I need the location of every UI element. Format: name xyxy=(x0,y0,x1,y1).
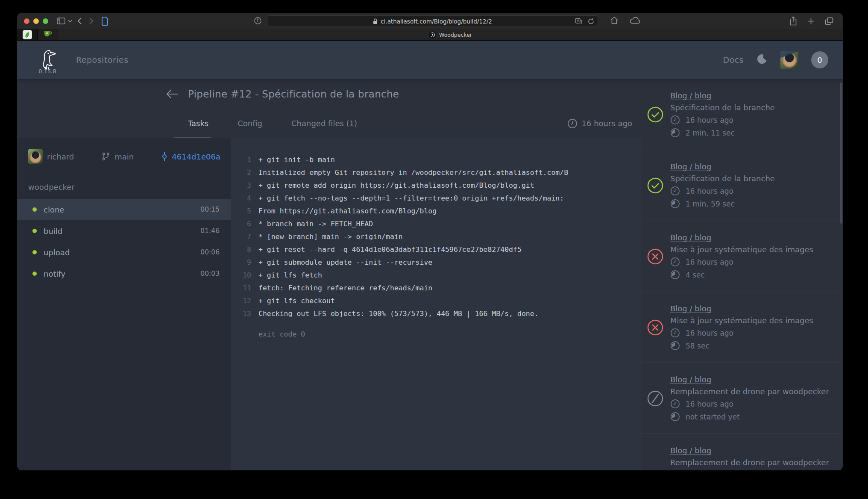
repo-link[interactable]: Blog / blog xyxy=(670,91,711,100)
reload-icon[interactable] xyxy=(588,18,594,25)
log-line-text: + git lfs checkout xyxy=(258,295,335,307)
pipeline-status-icon xyxy=(647,177,664,194)
repo-link[interactable]: Blog / blog xyxy=(670,233,711,242)
step-status-dot xyxy=(32,229,37,233)
tab-config[interactable]: Config xyxy=(238,109,262,138)
url-text: ci.athaliasoft.com/Blog/blog/build/12/2 xyxy=(381,18,492,25)
log-line: 12 + git lfs checkout xyxy=(239,295,636,307)
address-bar[interactable]: ci.athaliasoft.com/Blog/blog/build/12/2 … xyxy=(267,15,598,27)
user-avatar[interactable] xyxy=(780,51,798,69)
log-line: 2 Initialized empty Git repository in /w… xyxy=(239,166,636,179)
log-line-text: Checking out LFS objects: 100% (573/573)… xyxy=(258,307,539,320)
log-line-text: + git fetch --no-tags --depth=1 --filter… xyxy=(258,192,564,205)
share-icon[interactable] xyxy=(789,16,797,26)
log-line: 6 * branch main -> FETCH_HEAD xyxy=(239,218,636,230)
home-icon[interactable] xyxy=(610,16,619,24)
lock-icon xyxy=(373,18,378,24)
log-line-number: 6 xyxy=(239,218,251,230)
log-line-number: 4 xyxy=(239,192,251,205)
tab-strip: Woodpecker xyxy=(17,29,843,41)
repo-link[interactable]: Blog / blog xyxy=(670,446,711,455)
log-line-number: 7 xyxy=(239,230,251,243)
skipped-slash-icon xyxy=(647,390,664,407)
pipeline-step[interactable]: upload 00:06 xyxy=(17,242,231,263)
pipeline-entry[interactable]: Blog / blog Spécification de la branche … xyxy=(641,150,843,221)
window-controls xyxy=(24,18,48,24)
step-name: clone xyxy=(44,205,64,214)
nav-docs[interactable]: Docs xyxy=(723,55,744,65)
pipeline-duration: not started yet xyxy=(670,412,829,422)
zoom-window-button[interactable] xyxy=(43,18,48,24)
pipeline-entry[interactable]: Blog / blog Mise à jour systématique des… xyxy=(641,221,843,292)
cloud-icon[interactable] xyxy=(630,16,640,24)
tab-title: Woodpecker xyxy=(439,32,472,38)
duration-icon xyxy=(670,128,680,138)
dark-mode-moon-icon[interactable] xyxy=(757,53,768,66)
sidebar-scrollbar[interactable] xyxy=(840,83,842,224)
success-check-icon xyxy=(647,177,664,194)
step-status-dot xyxy=(32,207,37,212)
woodpecker-logo-icon xyxy=(38,49,57,70)
clock-icon xyxy=(670,399,680,409)
recent-pipelines-sidebar: Blog / blog Spécification de la branche … xyxy=(641,79,843,470)
log-line-text: From https://git.athaliasoft.com/Blog/bl… xyxy=(258,205,437,218)
pipeline-duration: 4 sec xyxy=(670,270,813,280)
log-line-text: + git init -b main xyxy=(258,154,335,166)
pipeline-message: Mise à jour systématique des images xyxy=(670,316,813,325)
log-line-number: 10 xyxy=(239,269,251,282)
log-line-number: 12 xyxy=(239,295,251,307)
back-arrow-icon[interactable] xyxy=(166,89,178,99)
commit-sha-link[interactable]: 4614d1e06a xyxy=(161,152,220,161)
nav-repositories[interactable]: Repositories xyxy=(76,55,129,65)
minimize-window-button[interactable] xyxy=(33,18,39,24)
repo-link[interactable]: Blog / blog xyxy=(670,162,711,171)
logo-block[interactable]: 0.15.8 xyxy=(38,49,57,74)
pipeline-step[interactable]: clone 00:15 xyxy=(17,199,231,220)
pipeline-entry[interactable]: Blog / blog Remplacement de drone par wo… xyxy=(641,434,843,470)
back-button[interactable] xyxy=(77,17,82,25)
pipeline-step[interactable]: build 01:46 xyxy=(17,220,231,242)
pinned-tab-gitea[interactable] xyxy=(38,29,58,40)
sidebar-chevron-icon[interactable] xyxy=(68,20,72,23)
translate-icon[interactable]: A xyxy=(575,18,583,25)
duration-icon xyxy=(670,341,680,351)
pinned-tab-feather[interactable] xyxy=(17,29,38,40)
log-output[interactable]: 1 + git init -b main 2 Initialized empty… xyxy=(231,138,641,470)
clock-icon xyxy=(670,186,680,196)
log-line-text: + git remote add origin https://git.atha… xyxy=(258,179,534,192)
duration-icon xyxy=(670,412,680,422)
new-tab-icon[interactable] xyxy=(807,16,815,26)
pipeline-message: Mise à jour systématique des images xyxy=(670,245,813,254)
pipeline-entry[interactable]: Blog / blog Remplacement de drone par wo… xyxy=(641,363,843,434)
browser-toolbar: ci.athaliasoft.com/Blog/blog/build/12/2 … xyxy=(17,13,843,29)
reader-icon[interactable] xyxy=(101,17,108,26)
gitea-cup-icon xyxy=(44,30,52,39)
log-line-text: + git submodule update --init --recursiv… xyxy=(258,256,432,269)
notification-badge[interactable]: 0 xyxy=(811,51,828,68)
clock-icon xyxy=(670,328,680,338)
log-line-text: + git reset --hard -q 4614d1e06a3dabf311… xyxy=(258,243,522,256)
active-tab[interactable]: Woodpecker xyxy=(58,29,843,40)
success-check-icon xyxy=(647,106,664,123)
tab-overview-icon[interactable] xyxy=(825,16,833,26)
pipeline-when: 16 hours ago xyxy=(670,115,775,125)
pipeline-entry[interactable]: Blog / blog Mise à jour systématique des… xyxy=(641,292,843,363)
pipeline-main: Pipeline #12 - Spécification de la branc… xyxy=(17,79,641,470)
pipeline-duration: 2 min, 11 sec xyxy=(670,128,775,138)
tab-changed-files[interactable]: Changed files (1) xyxy=(291,109,357,138)
log-line: 9 + git submodule update --init --recurs… xyxy=(239,256,636,269)
log-line: 7 * [new branch] main -> origin/main xyxy=(239,230,636,243)
sidebar-toggle-icon[interactable] xyxy=(57,18,65,24)
forward-button[interactable] xyxy=(89,17,94,25)
repo-link[interactable]: Blog / blog xyxy=(670,375,711,384)
svg-text:A: A xyxy=(577,19,580,23)
close-window-button[interactable] xyxy=(24,18,29,24)
page-info-icon[interactable] xyxy=(254,17,261,24)
woodpecker-favicon-icon xyxy=(429,31,436,38)
pipeline-step[interactable]: notify 00:03 xyxy=(17,263,231,284)
repo-link[interactable]: Blog / blog xyxy=(670,304,711,313)
tab-tasks[interactable]: Tasks xyxy=(188,109,208,138)
pipeline-entry[interactable]: Blog / blog Spécification de la branche … xyxy=(641,79,843,150)
step-duration: 01:46 xyxy=(200,227,220,235)
commit-branch: main xyxy=(102,152,134,161)
